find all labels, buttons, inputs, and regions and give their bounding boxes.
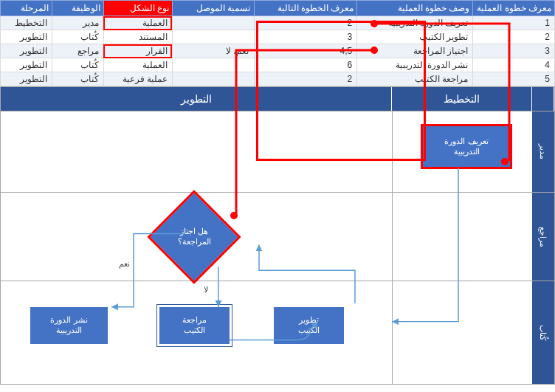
- role-label-reviewer: مراجع: [532, 193, 554, 281]
- phase-header-plan: التخطيط: [392, 87, 532, 111]
- table-row: 1 تعريف الدورة التدريبية 2 العملية مدير …: [1, 16, 555, 30]
- label-no: لا: [204, 285, 208, 295]
- shape-decision-pass-review: هل اجتاز المراجعة؟: [151, 193, 238, 281]
- cell-shape-process: العملية: [103, 16, 172, 30]
- table-row: 5 مراجعة الكتيب 2 عملية فرعية كُتاب التط…: [1, 72, 555, 86]
- phase-header-dev: التطوير: [1, 87, 392, 111]
- col-id: معرف خطوة العملية: [473, 1, 555, 16]
- shape-develop-booklet: تطوير الكتيب: [274, 307, 344, 344]
- shape-publish-course: نشر الدورة التدريبية: [30, 307, 108, 344]
- label-yes: نعم: [119, 259, 130, 269]
- table-row: 3 اجتياز المراجعة 4,5 نعم، لا القرار مرا…: [1, 44, 555, 58]
- col-next: معرف الخطوة التالية: [254, 1, 357, 16]
- col-conn: تسمية الموصل: [172, 1, 254, 16]
- corner-cell: [532, 87, 554, 111]
- role-label-writers: كُتاب: [532, 281, 554, 384]
- shape-define-course: تعريف الدورة التدريبية: [423, 126, 510, 167]
- cell-shape-decision: القرار: [103, 44, 172, 58]
- col-role: الوظيفة: [52, 1, 103, 16]
- table-row: 4 نشر الدورة التدريبية 6 العملية كُتاب ا…: [1, 58, 555, 72]
- table-row: 2 تطوير الكتيب 3 المستند كُتاب التطوير: [1, 30, 555, 44]
- col-shape: نوع الشكل: [103, 1, 172, 16]
- swimlane-diagram: التخطيط التطوير مدير تعريف الدورة التدري…: [0, 86, 555, 385]
- process-table: معرف خطوة العملية وصف خطوة العملية معرف …: [0, 0, 555, 86]
- col-phase: المرحلة: [1, 1, 52, 16]
- role-label-manager: مدير: [532, 111, 554, 192]
- col-desc: وصف خطوة العملية: [357, 1, 473, 16]
- shape-review-booklet: مراجعة الكتيب: [159, 307, 230, 344]
